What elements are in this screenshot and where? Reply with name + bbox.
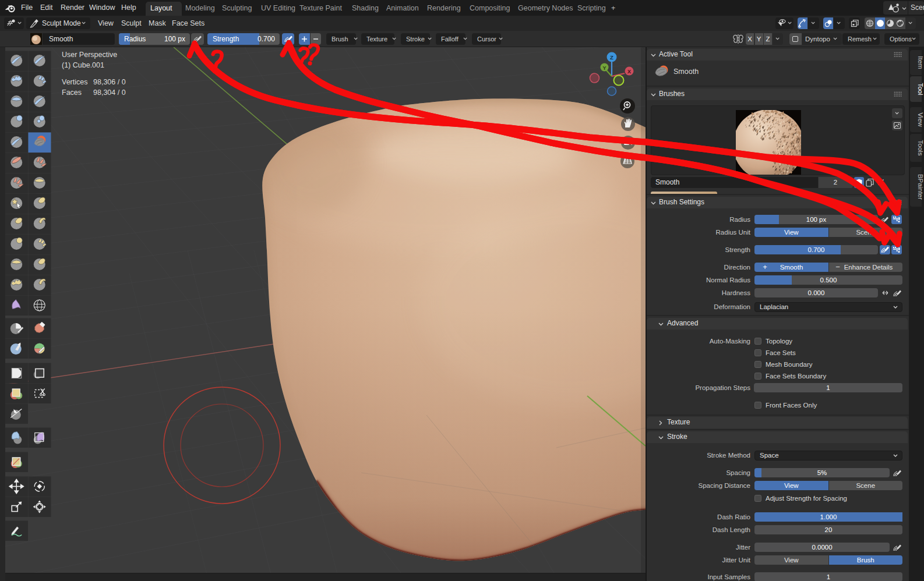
svg-text:Item: Item bbox=[917, 56, 924, 69]
svg-text:Z: Z bbox=[610, 54, 613, 61]
svg-text:(1) Cube.001: (1) Cube.001 bbox=[62, 61, 104, 69]
svg-text:User Perspective: User Perspective bbox=[62, 51, 117, 59]
svg-text:View: View bbox=[917, 112, 924, 127]
svg-text:Tool: Tool bbox=[917, 83, 924, 95]
svg-text:Y: Y bbox=[602, 65, 606, 71]
svg-text:Faces: Faces bbox=[62, 88, 82, 97]
svg-text:Tools: Tools bbox=[917, 140, 924, 156]
svg-text:BPainter: BPainter bbox=[917, 174, 924, 200]
svg-text:98,306 / 0: 98,306 / 0 bbox=[93, 78, 126, 86]
svg-text:98,304 / 0: 98,304 / 0 bbox=[93, 88, 126, 97]
svg-text:X: X bbox=[627, 69, 631, 75]
svg-text:Vertices: Vertices bbox=[62, 78, 87, 86]
